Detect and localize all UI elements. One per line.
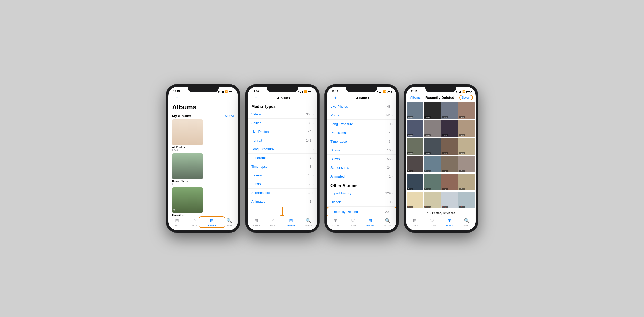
album-favorites[interactable]: ♥ Favorites 34	[172, 187, 203, 216]
screenshots-label-3: Screenshots	[330, 166, 387, 170]
list-item-timelapse[interactable]: Time-lapse 3 ›	[248, 162, 317, 171]
photo-cell-16[interactable]: 4 days	[458, 156, 475, 172]
albums-nav-label-4: Albums	[446, 224, 453, 226]
list-item-slomo-count: 10	[308, 173, 311, 177]
heart-badge-icon: ♥	[173, 208, 175, 212]
photo-cell-1[interactable]: 4 days	[407, 102, 423, 119]
my-albums-see-all[interactable]: See All	[225, 114, 234, 118]
list-item-bursts-3[interactable]: Bursts 56 ›	[327, 155, 396, 163]
photo-cell-14[interactable]: 4 days	[424, 156, 441, 172]
bar3-4	[460, 91, 461, 93]
days-label-8: 4 days	[459, 134, 465, 136]
list-item-slomo[interactable]: Slo-mo 10 ›	[248, 171, 317, 180]
photo-cell-2[interactable]: 4 days	[424, 102, 441, 119]
list-item-longexposure-count: 0	[310, 147, 311, 151]
add-album-button-3[interactable]: +	[330, 94, 341, 102]
chevron-longexposure-3: ›	[392, 123, 393, 126]
list-item-longexposure-3[interactable]: Long Exposure 0 ›	[327, 120, 396, 128]
list-item-bursts[interactable]: Bursts 56 ›	[248, 180, 317, 189]
wifi-icon-3: 📶	[383, 90, 386, 93]
timelapse-count-3: 3	[389, 139, 391, 143]
list-item-slomo-3[interactable]: Slo-mo 10 ›	[327, 146, 396, 155]
select-button[interactable]: Select	[459, 95, 473, 100]
list-item-videos[interactable]: Videos 308 ›	[248, 110, 317, 119]
album-house-shots[interactable]: House Shots 6	[172, 153, 203, 185]
photo-cell-24[interactable]: 5 days	[458, 192, 475, 208]
photo-cell-19[interactable]: 4 days	[441, 174, 458, 190]
photo-cell-21[interactable]: 5 days	[407, 192, 423, 208]
photo-cell-20[interactable]: 4 days	[458, 174, 475, 190]
list-item-timelapse-count: 3	[310, 165, 311, 169]
list-item-screenshots-3[interactable]: Screenshots 34 ›	[327, 163, 396, 172]
chevron-recentlydeleted: ›	[390, 210, 391, 213]
list-item-livephotos[interactable]: Live Photos 48 ›	[248, 127, 317, 136]
photo-cell-7[interactable]: 4 days	[441, 120, 458, 137]
photo-cell-10[interactable]: 4 days	[424, 138, 441, 155]
nav-search-2[interactable]: 🔍 Search	[300, 218, 317, 226]
nav-foryou-4[interactable]: ♡ For You	[424, 218, 441, 226]
photo-cell-4[interactable]: 4 days	[458, 102, 475, 119]
nav-foryou-1[interactable]: ♡ For You	[186, 218, 203, 226]
nav-foryou-2[interactable]: ♡ For You	[265, 218, 283, 226]
back-to-albums-button[interactable]: ‹ Albums	[409, 96, 421, 99]
photo-cell-17[interactable]: 4 days	[407, 174, 423, 190]
nav-photos-1[interactable]: ⊞ Photos	[168, 218, 186, 226]
photo-cell-6[interactable]: 4 days	[424, 120, 441, 137]
bursts-label-3: Bursts	[330, 157, 387, 161]
list-item-portrait-3[interactable]: Portrait 141 ›	[327, 111, 396, 120]
photo-cell-5[interactable]: 4 days	[407, 120, 423, 137]
photo-cell-11[interactable]: 4 days	[441, 138, 458, 155]
nav-albums-3[interactable]: ⊞ Albums	[362, 218, 379, 226]
nav-photos-4[interactable]: ⊞ Photos	[406, 218, 424, 226]
photo-cell-15[interactable]: 4 days	[441, 156, 458, 172]
phone-2-screen: 12:16 ▶ 📶 +	[248, 87, 317, 230]
add-album-button-2[interactable]: +	[251, 94, 261, 102]
list-item-panoramas[interactable]: Panoramas 14 ›	[248, 154, 317, 162]
photo-cell-22[interactable]: 5 days	[424, 192, 441, 208]
nav-albums-4[interactable]: ⊞ Albums	[441, 218, 458, 226]
nav-search-4[interactable]: 🔍 Search	[458, 218, 476, 226]
list-item-selfies-label: Selfies	[251, 121, 308, 125]
list-item-animated-count: 1	[310, 200, 311, 203]
signal-bars-3	[379, 91, 382, 93]
list-item-panoramas-3[interactable]: Panoramas 14 ›	[327, 128, 396, 137]
albums-title-2: Albums	[261, 96, 306, 100]
battery-3	[387, 91, 392, 93]
location-icon-3: ▶	[377, 91, 378, 93]
nav-albums-2[interactable]: ⊞ Albums	[282, 218, 300, 226]
photo-cell-12[interactable]: 4 days	[458, 138, 475, 155]
nav-search-1[interactable]: 🔍 Search	[221, 218, 238, 226]
photo-cell-13[interactable]: 4 days	[407, 156, 423, 172]
list-item-longexposure[interactable]: Long Exposure 0 ›	[248, 145, 317, 154]
nav-foryou-3[interactable]: ♡ For You	[344, 218, 362, 226]
list-item-timelapse-3[interactable]: Time-lapse 3 ›	[327, 137, 396, 146]
list-item-portrait[interactable]: Portrait 141 ›	[248, 136, 317, 145]
photo-cell-18[interactable]: 4 days	[424, 174, 441, 190]
photos-nav-icon-3: ⊞	[334, 218, 337, 223]
phone-3-screen: 12:16 ▶ 📶 +	[327, 87, 396, 230]
list-item-livephotos-3[interactable]: Live Photos 48 ›	[327, 102, 396, 111]
chevron-slomo: ›	[312, 174, 314, 177]
album-all-photos[interactable]: All Photos 2,646	[172, 119, 203, 151]
list-item-screenshots[interactable]: Screenshots 33 ›	[248, 189, 317, 197]
list-item-hidden[interactable]: Hidden 0 ›	[327, 198, 396, 207]
add-album-button[interactable]: +	[172, 94, 182, 102]
list-item-panoramas-label: Panoramas	[251, 156, 308, 160]
days-label-23: 5 days	[442, 206, 448, 208]
phone1-content: + Albums My Albums See All All Photos 2,…	[168, 94, 238, 216]
list-item-selfies[interactable]: Selfies 89 ›	[248, 119, 317, 127]
nav-photos-2[interactable]: ⊞ Photos	[248, 218, 265, 226]
photo-cell-8[interactable]: 4 days	[458, 120, 475, 137]
nav-photos-3[interactable]: ⊞ Photos	[327, 218, 344, 226]
nav-search-3[interactable]: 🔍 Search	[379, 218, 397, 226]
photo-cell-3[interactable]: 4 days	[441, 102, 458, 119]
search-nav-icon-4: 🔍	[464, 218, 470, 223]
photo-cell-23[interactable]: 5 days	[441, 192, 458, 208]
list-item-recentlydeleted[interactable]: Recently Deleted 720 ›	[329, 208, 394, 216]
list-item-animated-3[interactable]: Animated 1 ›	[327, 172, 396, 181]
days-label-10: 4 days	[424, 152, 431, 154]
photo-cell-9[interactable]: 4 days	[407, 138, 423, 155]
list-item-importhistory[interactable]: Import History 329 ›	[327, 189, 396, 198]
list-item-animated[interactable]: Animated 1 ›	[248, 197, 317, 206]
nav-albums-1[interactable]: ⊞ Albums	[203, 218, 221, 226]
